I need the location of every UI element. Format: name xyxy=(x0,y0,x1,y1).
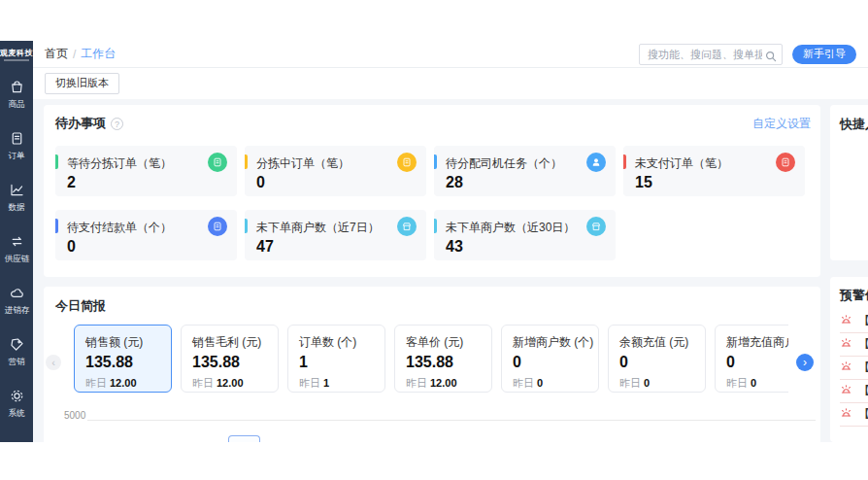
sidebar-item-marketing[interactable]: 营销 xyxy=(8,336,25,368)
todo-card-unpaid-orders[interactable]: 未支付订单（笔） 15 xyxy=(623,146,805,196)
scroll-right-button[interactable]: › xyxy=(796,354,814,371)
briefing-card-balance-recharge[interactable]: 余额充值 (元) 0 昨日0 xyxy=(608,325,706,393)
briefing-card-value: 0 xyxy=(513,354,587,371)
order-icon xyxy=(9,130,25,147)
alert-item[interactable]: 【保质 xyxy=(840,380,868,403)
todo-card-label: 待分配司机任务（个） xyxy=(446,155,562,172)
todo-card-value: 47 xyxy=(256,238,274,256)
todo-card-label: 等待分拣订单（笔） xyxy=(67,155,172,172)
accent-bar xyxy=(623,154,626,169)
briefing-card-value: 135.88 xyxy=(192,354,267,371)
accent-bar xyxy=(55,154,58,169)
bill-icon xyxy=(208,217,227,236)
briefing-card-scroller: 销售额 (元) 135.88 昨日12.00 销售毛利 (元) 135.88 昨… xyxy=(74,325,788,394)
briefing-card-prev: 昨日0 xyxy=(726,376,788,391)
order-doc-icon xyxy=(397,153,417,172)
breadcrumb-home[interactable]: 首页 xyxy=(45,46,68,62)
briefing-card-prev: 昨日12.00 xyxy=(192,376,267,391)
breadcrumb-separator: / xyxy=(73,48,76,61)
sidebar-item-inventory[interactable]: 进销存 xyxy=(4,285,30,317)
logo-tagline xyxy=(4,59,29,61)
alert-item[interactable]: 【保质 xyxy=(840,333,868,357)
order-doc-icon xyxy=(776,153,795,172)
alarm-icon xyxy=(840,336,852,354)
beginner-guide-button[interactable]: 新手引导 xyxy=(792,45,856,64)
sidebar-menu: 商品 订单 数据 xyxy=(4,79,30,420)
todo-card-driver-tasks[interactable]: 待分配司机任务（个） 28 xyxy=(434,146,616,196)
order-doc-icon xyxy=(208,153,227,172)
todo-card-no-order-30d[interactable]: 未下单商户数（近30日） 43 xyxy=(434,210,616,260)
briefing-card-gross-profit[interactable]: 销售毛利 (元) 135.88 昨日12.00 xyxy=(181,325,279,393)
todo-card-label: 待支付结款单（个） xyxy=(67,220,172,236)
switch-old-version-button[interactable]: 切换旧版本 xyxy=(45,73,119,94)
sidebar-item-label: 营销 xyxy=(8,356,24,367)
alert-label: 【订单 xyxy=(858,313,868,329)
briefing-card-prev: 昨日12.00 xyxy=(406,376,481,391)
subbar: 切换旧版本 xyxy=(33,68,868,98)
help-icon[interactable]: ? xyxy=(111,118,123,130)
sidebar-item-supply-chain[interactable]: 供应链 xyxy=(4,233,30,265)
breadcrumb: 首页 / 工作台 xyxy=(45,46,116,62)
right-column: 快捷入口 预警信息 【订单 【保质 xyxy=(830,105,868,442)
sidebar-item-label: 系统 xyxy=(8,407,24,419)
todo-card-value: 0 xyxy=(256,174,265,191)
alarm-icon xyxy=(840,406,852,424)
sidebar-item-products[interactable]: 商品 xyxy=(8,79,25,111)
briefing-card-prev: 昨日0 xyxy=(513,376,587,391)
chart-tab-chip[interactable] xyxy=(228,435,260,442)
sidebar-item-system[interactable]: 系统 xyxy=(8,388,25,420)
briefing-card-new-merchants[interactable]: 新增商户数 (个) 0 昨日0 xyxy=(501,325,599,393)
quick-entry-title: 快捷入口 xyxy=(840,117,868,131)
sidebar-item-data[interactable]: 数据 xyxy=(8,182,25,214)
todo-card-no-order-7d[interactable]: 未下单商户数（近7日） 47 xyxy=(245,210,426,260)
alert-label: 【保质 xyxy=(858,360,868,376)
sidebar: 观麦科技 商品 订单 xyxy=(0,41,33,442)
briefing-card-label: 订单数 (个) xyxy=(299,334,374,351)
sidebar-item-label: 数据 xyxy=(8,201,24,213)
supply-icon xyxy=(9,233,25,250)
search-icon[interactable] xyxy=(765,49,777,66)
briefing-card-prev: 昨日1 xyxy=(299,376,374,391)
todo-card-value: 43 xyxy=(446,238,463,256)
left-column: 待办事项 ? 自定义设置 等待分拣订单（笔） 2 xyxy=(44,105,820,442)
scroll-left-button[interactable]: ‹ xyxy=(46,355,61,370)
app-logo: 观麦科技 xyxy=(0,49,33,57)
briefing-card-value: 0 xyxy=(619,354,694,371)
alert-item[interactable]: 【保质 xyxy=(840,357,868,380)
todo-card-value: 2 xyxy=(67,174,76,191)
main-area: 首页 / 工作台 新手引导 切换旧版本 xyxy=(33,41,868,442)
alarm-icon xyxy=(840,313,852,330)
search-input[interactable] xyxy=(646,45,764,64)
briefing-card-new-recharge-merchants[interactable]: 新增充值商户数 (个) 0 昨日0 xyxy=(715,325,788,393)
todo-card-sorting[interactable]: 分拣中订单（笔） 0 xyxy=(245,146,426,196)
briefing-card-value: 135.88 xyxy=(406,354,481,371)
global-search xyxy=(639,44,783,65)
content: 待办事项 ? 自定义设置 等待分拣订单（笔） 2 xyxy=(33,99,868,442)
quick-entry-panel: 快捷入口 xyxy=(830,105,868,260)
briefing-panel: 今日简报 ‹ 销售额 (元) 135.88 昨日12.00 销售毛利 (元) xyxy=(44,287,820,442)
todo-card-value: 0 xyxy=(67,238,76,256)
briefing-card-value: 1 xyxy=(299,354,374,371)
briefing-card-avg-order-value[interactable]: 客单价 (元) 135.88 昨日12.00 xyxy=(394,325,492,393)
todo-card-value: 15 xyxy=(635,174,652,191)
merchant-icon xyxy=(397,217,417,236)
chart-gridline xyxy=(87,420,816,421)
briefing-card-value: 0 xyxy=(726,354,788,371)
breadcrumb-current[interactable]: 工作台 xyxy=(81,46,116,62)
briefing-card-label: 新增商户数 (个) xyxy=(513,334,587,351)
briefing-card-label: 新增充值商户数 (个) xyxy=(726,334,788,351)
customize-settings-link[interactable]: 自定义设置 xyxy=(752,116,811,132)
alert-item[interactable]: 【报价 xyxy=(840,403,868,427)
todo-card-unpaid-settlement[interactable]: 待支付结款单（个） 0 xyxy=(55,210,237,260)
briefing-card-sales[interactable]: 销售额 (元) 135.88 昨日12.00 xyxy=(74,325,172,393)
sidebar-item-label: 商品 xyxy=(8,98,24,110)
sidebar-item-orders[interactable]: 订单 xyxy=(8,130,25,162)
alert-item[interactable]: 【订单 xyxy=(840,310,868,333)
todo-title: 待办事项 xyxy=(55,115,106,132)
alert-label: 【报价 xyxy=(858,406,868,423)
accent-bar xyxy=(245,219,248,233)
todo-card-wait-sorting[interactable]: 等待分拣订单（笔） 2 xyxy=(55,146,237,196)
accent-bar xyxy=(55,219,58,233)
briefing-card-label: 客单价 (元) xyxy=(406,334,481,351)
briefing-card-order-count[interactable]: 订单数 (个) 1 昨日1 xyxy=(287,325,385,393)
